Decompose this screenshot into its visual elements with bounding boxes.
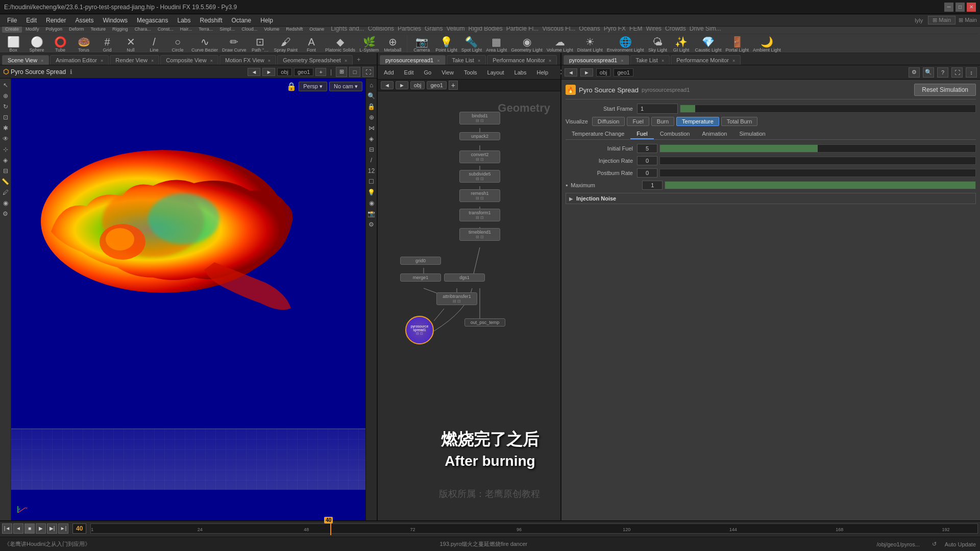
- menu-windows[interactable]: Windows: [99, 16, 132, 25]
- vis-tab-burn[interactable]: Burn: [651, 117, 674, 126]
- props-back-btn[interactable]: ◄: [565, 68, 577, 77]
- node-pyrosourcespread1-selected[interactable]: pyrosource spread1 ⊟ ⊡: [405, 316, 434, 344]
- postburn-rate-input[interactable]: [637, 168, 657, 178]
- ng-edit-btn[interactable]: Edit: [401, 68, 417, 77]
- go-start-btn[interactable]: |◄: [2, 523, 12, 534]
- paint-tool[interactable]: 🖊: [1, 188, 10, 197]
- display-btn[interactable]: ◈: [367, 134, 376, 143]
- vis-tab-total-burn[interactable]: Total Burn: [721, 117, 758, 126]
- tool-line[interactable]: / Line: [143, 36, 165, 53]
- viscous-fl-btn[interactable]: Viscous Fl...: [542, 27, 575, 33]
- viewport-back-btn[interactable]: ◄: [248, 68, 260, 76]
- sop-tool[interactable]: ◈: [1, 156, 10, 165]
- rotate-tool[interactable]: ↻: [1, 102, 10, 111]
- props-collapse-btn[interactable]: ↕: [966, 67, 977, 78]
- tab-take-list[interactable]: Take List ×: [447, 55, 486, 65]
- tab-geo-spreadsheet[interactable]: Geometry Spreadsheet ×: [277, 55, 353, 65]
- particle-fl-btn[interactable]: Particle Fl...: [506, 27, 538, 33]
- vis-tab-fuel[interactable]: Fuel: [627, 117, 649, 126]
- tool-portal-light[interactable]: 🚪 Portal Light: [724, 36, 750, 53]
- shelf-tab-terra[interactable]: Terra...: [195, 27, 216, 33]
- select-tool[interactable]: ↖: [1, 81, 10, 90]
- ng-back-btn[interactable]: ◄: [381, 81, 394, 89]
- tool-curve-bezier[interactable]: ∿ Curve Bezier: [190, 36, 219, 53]
- tool-spray-paint[interactable]: 🖌 Spray Paint: [273, 36, 300, 53]
- initial-fuel-input[interactable]: [637, 144, 657, 153]
- shelf-tab-rigging[interactable]: Rigging: [109, 27, 131, 33]
- tool-distant-light[interactable]: ☀ Distant Light: [576, 36, 604, 53]
- tool-tube[interactable]: ⭕ Tube: [49, 36, 71, 53]
- tool-metaball[interactable]: ⊕ Metaball: [381, 36, 404, 53]
- wireframe-btn[interactable]: /: [367, 156, 376, 165]
- injection-noise-section[interactable]: ▶ Injection Noise: [566, 193, 976, 204]
- node-convert2[interactable]: convert2 ⊟ ⊡: [459, 151, 500, 163]
- props-expand-btn[interactable]: ⛶: [951, 67, 963, 78]
- shelf-tab-texture[interactable]: Texture: [88, 27, 109, 33]
- grains-btn[interactable]: Grains: [425, 27, 443, 33]
- tab-pyrosourcespread[interactable]: pyrosourcespread1 ×: [380, 55, 446, 65]
- handle-tool[interactable]: ✱: [1, 123, 10, 133]
- tool-box[interactable]: ⬜ Box: [2, 36, 24, 53]
- tool-draw-curve[interactable]: ✏ Draw Curve: [220, 36, 248, 53]
- menu-redshift[interactable]: Redshift: [196, 16, 227, 25]
- menu-render[interactable]: Render: [42, 16, 70, 25]
- shelf-tab-volume[interactable]: Volume: [261, 27, 282, 33]
- node-subdivide5[interactable]: subdivide5 ⊟ ⊡: [459, 170, 500, 183]
- props-help-btn[interactable]: ?: [937, 67, 948, 78]
- node-graph-canvas[interactable]: Geometry bindsd1 ⊟ ⊡: [378, 91, 560, 520]
- vis-tab-temperature[interactable]: Temperature: [676, 117, 719, 126]
- full-screen-btn[interactable]: ⛶: [362, 67, 374, 77]
- menu-octane[interactable]: Octane: [228, 16, 256, 25]
- close-button[interactable]: ✕: [967, 3, 976, 12]
- lock-view-btn[interactable]: 🔒: [367, 102, 376, 111]
- drive-sim-btn[interactable]: Drive Sim...: [690, 27, 721, 33]
- crowds-btn[interactable]: Crowds: [665, 27, 686, 33]
- ng-go-btn[interactable]: Go: [421, 68, 435, 77]
- menu-megascans[interactable]: Megascans: [133, 16, 172, 25]
- light-btn[interactable]: 💡: [367, 188, 376, 197]
- shelf-tab-octane[interactable]: Octane: [306, 27, 327, 33]
- minimize-button[interactable]: ─: [944, 3, 953, 12]
- props-fwd-btn[interactable]: ►: [580, 68, 593, 77]
- tab-props-perf-monitor[interactable]: Performance Monitor ×: [671, 55, 741, 65]
- shelf-tab-create[interactable]: Create: [2, 27, 22, 33]
- ng-layout-btn[interactable]: Layout: [484, 68, 507, 77]
- settings-view-btn[interactable]: ⚙: [367, 220, 376, 229]
- vis-tab-diffusion[interactable]: Diffusion: [592, 117, 625, 126]
- sub-tab-fuel[interactable]: Fuel: [630, 129, 653, 139]
- start-frame-slider[interactable]: [680, 105, 976, 113]
- tool-volume-light[interactable]: ☁ Volume Light: [545, 36, 575, 53]
- tool-lsystem[interactable]: 🌿 L-System: [358, 36, 380, 53]
- tool-geo-light[interactable]: ◉ Geometry Light: [509, 36, 544, 53]
- node-attribtransfer[interactable]: attribtransfer1 ⊟ ⊡: [436, 292, 477, 305]
- tool-path[interactable]: ⊡ Path "…: [249, 36, 272, 53]
- shelf-tab-simpl[interactable]: Simpl...: [216, 27, 238, 33]
- postburn-rate-slider[interactable]: [659, 169, 976, 177]
- tool-grid[interactable]: # Grid: [96, 36, 118, 53]
- menu-labs[interactable]: Labs: [173, 16, 194, 25]
- tab-render-view[interactable]: Render View ×: [110, 55, 159, 65]
- node-bindsd1[interactable]: bindsd1 ⊟ ⊡: [459, 112, 500, 124]
- ng-add-node-btn[interactable]: +: [449, 81, 458, 90]
- tab-perf-monitor[interactable]: Performance Monitor ×: [487, 55, 557, 65]
- tool-torus[interactable]: 🍩 Torus: [72, 36, 95, 53]
- orient-btn[interactable]: ⊕: [367, 113, 376, 122]
- home-view-btn[interactable]: ⌂: [367, 81, 376, 90]
- tab-scene-view[interactable]: Scene View ×: [2, 55, 49, 65]
- props-search-btn[interactable]: 🔍: [923, 67, 934, 78]
- go-end-btn[interactable]: ►|: [58, 523, 68, 534]
- ng-geo1-btn[interactable]: geo1: [427, 81, 446, 89]
- snap-tool[interactable]: ⊟: [1, 166, 10, 176]
- measure-tool[interactable]: 📏: [1, 177, 10, 186]
- display-mode-btn[interactable]: ⊞: [336, 67, 347, 77]
- status-update-btn[interactable]: ↺: [932, 541, 937, 547]
- node-merge1[interactable]: merge1: [400, 273, 441, 282]
- shelf-tab-chara[interactable]: Chara...: [132, 27, 154, 33]
- sub-tab-animation[interactable]: Animation: [696, 129, 733, 139]
- ng-add-btn[interactable]: Add: [381, 68, 397, 77]
- snap-btn[interactable]: ⋈: [367, 123, 376, 133]
- node-dgs1[interactable]: dgs1: [444, 273, 485, 282]
- menu-help[interactable]: Help: [256, 16, 277, 25]
- sub-tab-simulation[interactable]: Simulation: [733, 129, 771, 139]
- initial-fuel-slider[interactable]: [659, 144, 976, 153]
